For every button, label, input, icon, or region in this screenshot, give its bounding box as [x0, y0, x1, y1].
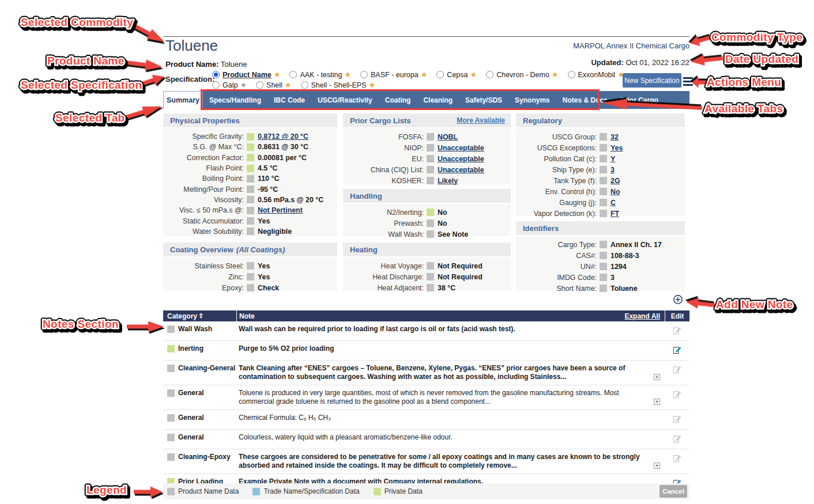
property-row: Env. Control (h): No [516, 186, 685, 197]
add-new-note-button[interactable] [672, 294, 684, 305]
radio-button[interactable] [256, 81, 263, 89]
property-value-link[interactable]: FT [610, 210, 619, 218]
property-value-link[interactable]: C [610, 199, 616, 207]
specification-option[interactable]: AAK - testing ★ [289, 70, 351, 79]
tab-item[interactable]: Coating [379, 96, 417, 104]
property-row: IMDG Code: 3 [516, 272, 685, 283]
property-value-link[interactable]: 3 [610, 166, 615, 174]
tab-summary[interactable]: Summary [163, 91, 203, 109]
favorite-star-icon[interactable]: ★ [274, 70, 281, 79]
property-value-link[interactable]: Yes [610, 144, 623, 152]
radio-button[interactable] [360, 71, 368, 78]
handling-panel: Handling N2/Inerting: No Prewash: No Wal… [343, 189, 511, 236]
specification-option-label[interactable]: AAK - testing [300, 71, 342, 79]
specification-label: Specification: [165, 75, 214, 84]
edit-note-button[interactable] [673, 454, 681, 465]
property-label: N2/Inerting: [343, 209, 424, 217]
favorite-star-icon[interactable]: ★ [470, 70, 477, 79]
favorite-star-icon[interactable]: ★ [285, 81, 292, 89]
edit-note-button[interactable] [673, 326, 681, 337]
radio-button[interactable] [289, 71, 297, 78]
annotation-legend: Legend [86, 484, 127, 497]
specification-option[interactable]: Galp ★ [212, 81, 247, 89]
specification-option[interactable]: Chevron - Demo ★ [486, 70, 558, 79]
property-row: Boiling Point: 110 °C [163, 173, 337, 184]
note-text: Purge to 5% O2 prior loading [239, 344, 650, 353]
property-value-link[interactable]: Unacceptable [438, 155, 484, 163]
specification-option[interactable]: Cepsa ★ [436, 70, 477, 79]
property-value: 0.8712 @ 20 °C [258, 132, 308, 141]
expand-note-button[interactable]: + [654, 463, 660, 469]
favorite-star-icon[interactable]: ★ [368, 81, 375, 89]
new-specification-button[interactable]: New Specification [623, 73, 681, 88]
specification-option-label[interactable]: Product Name [223, 71, 272, 79]
property-value-link[interactable]: Likely [438, 177, 458, 185]
property-value-link[interactable]: No [610, 188, 620, 196]
tab-item[interactable]: Cleaning [417, 96, 459, 104]
radio-button[interactable] [486, 71, 493, 78]
favorite-star-icon[interactable]: ★ [552, 70, 559, 79]
radio-button[interactable] [436, 71, 444, 78]
edit-pencil-icon [673, 434, 681, 443]
specification-option-label[interactable]: ExxonMobil [578, 71, 616, 79]
radio-button[interactable] [568, 71, 575, 78]
expand-note-button[interactable]: + [654, 374, 660, 380]
data-source-square [427, 166, 434, 173]
property-row: Zinc: Yes [163, 271, 337, 282]
cancel-button[interactable]: Cancel [660, 485, 687, 498]
edit-note-button[interactable] [673, 365, 681, 376]
specification-option-label[interactable]: Galp [223, 81, 238, 89]
note-text: Chemical Formula: C₆ H₅ CH₃ [239, 414, 650, 422]
property-row: USCG Group: 32 [516, 131, 685, 142]
property-label: USCG Exceptions: [516, 144, 597, 152]
data-source-square [600, 241, 607, 248]
edit-note-button[interactable] [673, 390, 681, 401]
edit-note-button[interactable] [673, 479, 681, 483]
edit-note-button[interactable] [673, 415, 681, 426]
property-value-link[interactable]: 32 [610, 133, 619, 141]
property-value: No [438, 209, 447, 217]
specification-option-label[interactable]: BASF - europa [371, 71, 419, 79]
tab-item[interactable]: Specs/Handling [203, 96, 267, 104]
edit-note-button[interactable] [673, 434, 681, 445]
note-row: Wall Wash Wall wash can be required prio… [163, 321, 689, 341]
property-value-link[interactable]: 2G [610, 177, 620, 185]
specification-option-label[interactable]: Shell - Shell-EPS [311, 81, 367, 89]
edit-pencil-icon [673, 326, 681, 335]
favorite-star-icon[interactable]: ★ [421, 70, 428, 79]
property-row: Water Solubility: Negligible [163, 226, 337, 237]
specification-option[interactable]: Product Name ★ [212, 70, 280, 79]
tab-item[interactable]: IBC Code [267, 96, 311, 104]
note-category: General [178, 433, 204, 442]
legend-bar: Product Name Data Trade Name/Specificati… [163, 483, 689, 499]
updated-label: Updated: [591, 58, 623, 67]
property-value-link[interactable]: Y [610, 155, 615, 163]
expand-all-link[interactable]: Expand All [624, 312, 665, 320]
specification-option-label[interactable]: Cepsa [447, 71, 468, 79]
note-text: Tank Cleaning after “ENES” cargoes – Tol… [239, 364, 650, 381]
notes-category-header[interactable]: Category [167, 312, 197, 320]
expand-note-button[interactable]: + [654, 399, 660, 405]
sort-ascending-icon[interactable]: ⇧ [198, 312, 204, 320]
favorite-star-icon[interactable]: ★ [240, 81, 247, 89]
more-available-link[interactable]: More Available [457, 116, 505, 124]
specification-option-label[interactable]: Shell [266, 81, 282, 89]
radio-button[interactable] [301, 81, 308, 89]
specification-option[interactable]: Shell - Shell-EPS ★ [301, 81, 376, 89]
specification-option-label[interactable]: Chevron - Demo [496, 71, 549, 79]
property-value-link[interactable]: Unacceptable [438, 166, 484, 174]
edit-note-button[interactable] [673, 346, 681, 357]
tab-item[interactable]: Synonyms [508, 96, 556, 104]
favorite-star-icon[interactable]: ★ [344, 70, 351, 79]
radio-button[interactable] [212, 81, 220, 89]
note-row: Inerting Purge to 5% O2 prior loading [163, 341, 689, 361]
specification-option[interactable]: ExxonMobil ★ [568, 70, 624, 79]
property-value-link[interactable]: Unacceptable [438, 144, 484, 152]
specification-option[interactable]: BASF - europa ★ [360, 70, 427, 79]
note-text: Example Private Note with a document wit… [239, 478, 650, 483]
specification-option[interactable]: Shell ★ [256, 81, 291, 89]
tab-item[interactable]: Safety/SDS [459, 96, 508, 104]
tab-item[interactable]: USCG/Reactivity [311, 96, 379, 104]
radio-button[interactable] [212, 71, 220, 78]
property-value-link[interactable]: NOBL [438, 133, 458, 141]
